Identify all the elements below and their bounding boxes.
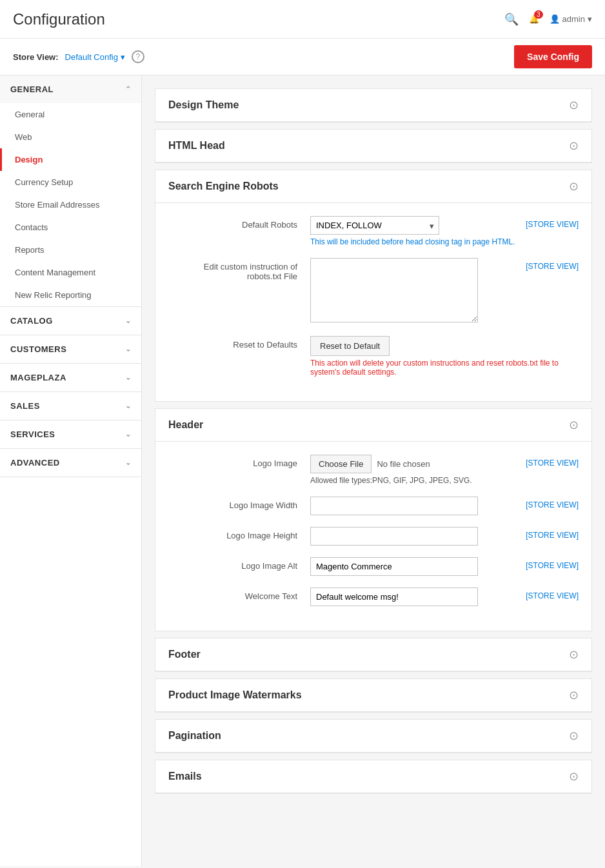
- reset-to-default-button[interactable]: Reset to Default: [310, 336, 390, 356]
- input-logo-alt[interactable]: [310, 557, 478, 576]
- textarea-custom-instruction[interactable]: [310, 258, 478, 322]
- section-emails-toggle[interactable]: ⊙: [569, 769, 579, 784]
- sidebar-section-mageplaza-label: MAGEPLAZA: [10, 373, 66, 382]
- sidebar-item-new-relic-reporting[interactable]: New Relic Reporting: [0, 284, 141, 306]
- section-design-theme: Design Theme ⊙: [155, 88, 592, 123]
- section-search-engine-robots-header[interactable]: Search Engine Robots ⊙: [155, 170, 591, 203]
- sidebar-item-design[interactable]: Design: [0, 148, 141, 171]
- section-search-engine-robots-body: Default Robots INDEX, FOLLOW NOINDEX, NO…: [155, 203, 591, 401]
- sidebar-section-mageplaza-header[interactable]: MAGEPLAZA ⌄: [0, 364, 141, 391]
- sidebar-item-contacts[interactable]: Contacts: [0, 216, 141, 239]
- store-view-logo-alt[interactable]: [STORE VIEW]: [526, 557, 579, 570]
- section-design-theme-toggle[interactable]: ⊙: [569, 98, 579, 112]
- sidebar-section-sales-header[interactable]: SALES ⌄: [0, 392, 141, 420]
- input-welcome-text[interactable]: [310, 587, 478, 606]
- section-pagination-toggle[interactable]: ⊙: [569, 729, 579, 743]
- section-html-head-header[interactable]: HTML Head ⊙: [155, 130, 591, 163]
- file-info-logo: Choose File No file chosen: [310, 455, 515, 473]
- label-logo-width: Logo Image Width: [168, 497, 310, 510]
- store-view-welcome-text[interactable]: [STORE VIEW]: [526, 587, 579, 600]
- form-row-reset-defaults: Reset to Defaults Reset to Default This …: [168, 336, 579, 377]
- section-footer-title: Footer: [168, 649, 201, 660]
- sidebar-section-sales: SALES ⌄: [0, 392, 141, 420]
- sidebar-section-advanced-header[interactable]: ADVANCED ⌄: [0, 449, 141, 477]
- sidebar-section-customers: CUSTOMERS ⌄: [0, 335, 141, 364]
- sidebar-section-services-header[interactable]: SERVICES ⌄: [0, 420, 141, 448]
- section-emails-title: Emails: [168, 771, 202, 782]
- label-logo-image: Logo Image: [168, 455, 310, 468]
- section-design-theme-title: Design Theme: [168, 99, 239, 111]
- sidebar-section-sales-label: SALES: [10, 401, 40, 411]
- sidebar-item-reports[interactable]: Reports: [0, 239, 141, 261]
- label-welcome-text: Welcome Text: [168, 587, 310, 601]
- label-default-robots: Default Robots: [168, 216, 310, 230]
- section-product-image-watermarks-toggle[interactable]: ⊙: [569, 688, 579, 702]
- section-html-head-toggle[interactable]: ⊙: [569, 139, 579, 153]
- notifications[interactable]: 🔔3: [529, 14, 539, 24]
- search-icon[interactable]: 🔍: [504, 12, 519, 26]
- control-reset-defaults: Reset to Default This action will delete…: [310, 336, 579, 377]
- input-logo-height[interactable]: [310, 527, 478, 546]
- help-icon[interactable]: ?: [132, 50, 144, 63]
- chevron-up-icon: ⌃: [125, 85, 132, 94]
- store-view-default-robots[interactable]: [STORE VIEW]: [526, 216, 579, 229]
- store-view-logo-height[interactable]: [STORE VIEW]: [526, 527, 579, 540]
- section-footer-toggle[interactable]: ⊙: [569, 647, 579, 662]
- warning-reset-defaults: This action will delete your custom inst…: [310, 359, 579, 377]
- sidebar-section-general-header[interactable]: GENERAL ⌃: [0, 75, 141, 103]
- section-product-image-watermarks-title: Product Image Watermarks: [168, 689, 302, 701]
- section-header-header[interactable]: Header ⊙: [155, 409, 591, 442]
- sidebar-item-store-email-addresses[interactable]: Store Email Addresses: [0, 193, 141, 216]
- sidebar-item-currency-setup[interactable]: Currency Setup: [0, 171, 141, 193]
- store-view-logo-image[interactable]: [STORE VIEW]: [526, 455, 579, 468]
- control-welcome-text: [310, 587, 515, 606]
- sidebar-item-web[interactable]: Web: [0, 126, 141, 148]
- input-logo-width[interactable]: [310, 497, 478, 515]
- section-design-theme-header[interactable]: Design Theme ⊙: [155, 89, 591, 122]
- section-pagination: Pagination ⊙: [155, 719, 592, 753]
- chevron-down-icon-customers: ⌄: [125, 345, 132, 353]
- sidebar-section-catalog-header[interactable]: CATALOG ⌄: [0, 307, 141, 335]
- chevron-down-icon-mageplaza: ⌄: [125, 373, 132, 382]
- form-row-logo-image: Logo Image Choose File No file chosen Al…: [168, 455, 579, 485]
- chevron-down-icon: ⌄: [125, 317, 132, 325]
- section-html-head-title: HTML Head: [168, 140, 225, 152]
- form-row-logo-width: Logo Image Width [STORE VIEW]: [168, 497, 579, 515]
- save-config-button[interactable]: Save Config: [514, 45, 592, 68]
- store-view-label: Store View:: [13, 52, 59, 62]
- sidebar-section-general: GENERAL ⌃ General Web Design Currency Se…: [0, 75, 141, 307]
- sidebar-section-catalog-label: CATALOG: [10, 316, 53, 326]
- section-header-toggle[interactable]: ⊙: [569, 418, 579, 432]
- section-html-head: HTML Head ⊙: [155, 129, 592, 163]
- control-logo-width: [310, 497, 515, 515]
- topbar-right: 🔍 🔔3 👤 admin ▾: [504, 12, 592, 26]
- form-row-default-robots: Default Robots INDEX, FOLLOW NOINDEX, NO…: [168, 216, 579, 246]
- choose-file-button[interactable]: Choose File: [310, 455, 372, 473]
- label-logo-alt: Logo Image Alt: [168, 557, 310, 571]
- store-view-select[interactable]: Default Config ▾: [65, 52, 125, 62]
- control-logo-alt: [310, 557, 515, 576]
- store-view-custom-instruction[interactable]: [STORE VIEW]: [526, 258, 579, 271]
- section-emails: Emails ⊙: [155, 760, 592, 794]
- main-layout: GENERAL ⌃ General Web Design Currency Se…: [0, 75, 605, 866]
- admin-user[interactable]: 👤 admin ▾: [550, 14, 592, 24]
- select-default-robots[interactable]: INDEX, FOLLOW NOINDEX, NOFOLLOW NOINDEX,…: [310, 216, 439, 235]
- section-search-engine-robots-title: Search Engine Robots: [168, 181, 279, 192]
- section-emails-header[interactable]: Emails ⊙: [155, 760, 591, 793]
- section-header-body: Logo Image Choose File No file chosen Al…: [155, 442, 591, 631]
- form-row-logo-alt: Logo Image Alt [STORE VIEW]: [168, 557, 579, 576]
- section-product-image-watermarks-header[interactable]: Product Image Watermarks ⊙: [155, 679, 591, 712]
- section-header-title: Header: [168, 419, 203, 431]
- sidebar-section-advanced-label: ADVANCED: [10, 458, 60, 468]
- sidebar-section-catalog: CATALOG ⌄: [0, 307, 141, 335]
- store-view-left: Store View: Default Config ▾ ?: [13, 50, 144, 63]
- sidebar-section-customers-header[interactable]: CUSTOMERS ⌄: [0, 335, 141, 363]
- sidebar-item-general[interactable]: General: [0, 103, 141, 126]
- section-pagination-title: Pagination: [168, 730, 221, 742]
- sidebar-item-content-management[interactable]: Content Management: [0, 261, 141, 284]
- store-view-logo-width[interactable]: [STORE VIEW]: [526, 497, 579, 509]
- section-search-engine-robots-toggle[interactable]: ⊙: [569, 179, 579, 193]
- section-footer-header[interactable]: Footer ⊙: [155, 638, 591, 671]
- sidebar: GENERAL ⌃ General Web Design Currency Se…: [0, 75, 142, 866]
- section-pagination-header[interactable]: Pagination ⊙: [155, 720, 591, 753]
